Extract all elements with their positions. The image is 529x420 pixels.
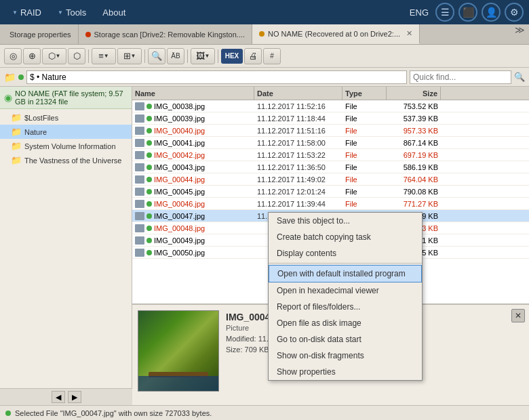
file-date-cell: 11.12.2017 12:01:24 <box>254 188 342 196</box>
sidebar-item-lostfiles[interactable]: 📁 $LostFiles <box>0 110 132 125</box>
file-status-dot <box>146 104 152 109</box>
sidebar-header: ◉ NO NAME (FAT file system; 9.57 GB in 2… <box>0 87 132 109</box>
tab-expand-button[interactable]: ≫ <box>511 24 529 44</box>
address-input[interactable] <box>26 70 407 84</box>
file-status-dot <box>146 152 152 158</box>
context-menu-item[interactable]: Show properties <box>269 364 422 380</box>
context-menu-item[interactable]: Go to on-disk data start <box>269 331 422 348</box>
context-menu-item[interactable]: Open file as disk image <box>269 315 422 331</box>
search-input[interactable] <box>410 70 511 84</box>
folder-icon-nature: 📁 <box>11 127 22 137</box>
address-dot-icon <box>18 75 24 80</box>
table-row[interactable]: IMG_00039.jpg 11.12.2017 11:18:44 File 5… <box>132 112 529 125</box>
context-menu-item[interactable]: Open with default installed program <box>269 265 422 282</box>
menu-tools[interactable]: ▼ Tools <box>51 5 93 20</box>
nav-next-button[interactable]: ▶ <box>68 391 81 403</box>
file-type-cell: File <box>342 175 387 184</box>
tools-label: Tools <box>66 7 86 18</box>
tab-dot-red-icon <box>85 32 91 37</box>
context-menu-item[interactable]: Save this object to... <box>269 213 422 229</box>
settings-icon-button[interactable]: ⚙ <box>505 3 524 22</box>
sidebar-item-vastness[interactable]: 📁 The Vastness of the Universe <box>0 153 132 167</box>
toolbar-print-btn[interactable]: 🖨 <box>244 48 262 64</box>
table-row[interactable]: IMG_00042.jpg 11.12.2017 11:53:22 File 6… <box>132 149 529 161</box>
table-row[interactable]: IMG_00043.jpg 11.12.2017 11:36:50 File 5… <box>132 161 529 173</box>
menu-icon-button[interactable]: ☰ <box>435 3 454 22</box>
toolbar-grid-btn[interactable]: ⊞▼ <box>117 48 142 64</box>
sidebar-item-nature[interactable]: 📁 Nature <box>0 125 132 139</box>
contrast-icon-button[interactable]: ⬛ <box>458 3 477 22</box>
file-status-dot <box>146 201 152 207</box>
context-menu-item[interactable]: Open in hexadecimal viewer <box>269 282 422 299</box>
status-dot-icon <box>5 411 11 416</box>
table-row[interactable]: IMG_00041.jpg 11.12.2017 11:58:00 File 8… <box>132 137 529 149</box>
status-text: Selected File "IMG_00047.jpg" with own s… <box>15 409 212 417</box>
file-type-cell: File <box>342 127 387 135</box>
toolbar-list-btn[interactable]: ≡▼ <box>92 48 116 64</box>
table-row[interactable]: IMG_00046.jpg 11.12.2017 11:39:44 File 7… <box>132 198 529 210</box>
sidebar-header-label: NO NAME (FAT file system; 9.57 GB in 213… <box>15 89 128 106</box>
file-name-label: IMG_00047.jpg <box>154 212 205 220</box>
context-menu-item[interactable]: Display contents <box>269 245 422 261</box>
table-row[interactable]: IMG_00044.jpg 11.12.2017 11:49:02 File 7… <box>132 173 529 186</box>
toolbar-sep2 <box>144 49 145 63</box>
file-size-cell: 537.39 KB <box>387 114 441 123</box>
file-name-label: IMG_00045.jpg <box>154 188 205 196</box>
toolbar-link-btn[interactable]: ⬡ <box>68 48 85 64</box>
file-area: Name Date Type Size IMG_00038.jpg 11.12.… <box>132 87 529 405</box>
table-row[interactable]: IMG_00038.jpg 11.12.2017 11:52:16 File 7… <box>132 100 529 112</box>
file-name-cell: IMG_00045.jpg <box>132 188 254 196</box>
file-name-cell: IMG_00046.jpg <box>132 200 254 208</box>
file-name-cell: IMG_00042.jpg <box>132 151 254 159</box>
file-date-cell: 11.12.2017 11:36:50 <box>254 163 342 171</box>
file-name-label: IMG_00049.jpg <box>154 236 205 245</box>
preview-thumbnail <box>138 310 219 392</box>
nav-prev-button[interactable]: ◀ <box>52 391 65 403</box>
file-thumb-icon <box>135 212 144 220</box>
address-bar: 📁 🔍 <box>0 68 529 87</box>
preview-close-button[interactable]: ✕ <box>511 309 525 322</box>
address-folder-icon: 📁 <box>4 72 16 83</box>
tab-close-button[interactable]: ✕ <box>406 29 412 38</box>
menu-raid[interactable]: ▼ RAID <box>5 5 48 20</box>
toolbar-hash-btn[interactable]: # <box>263 48 281 64</box>
file-type-cell: File <box>342 163 387 171</box>
toolbar-view-btn[interactable]: ⬡▼ <box>42 48 66 64</box>
table-row[interactable]: IMG_00040.jpg 11.12.2017 11:51:16 File 9… <box>132 125 529 137</box>
file-thumb-icon <box>135 102 144 110</box>
file-status-dot <box>146 165 152 170</box>
context-menu-item[interactable]: Create batch copying task <box>269 229 422 245</box>
table-row[interactable]: IMG_00045.jpg 11.12.2017 12:01:24 File 7… <box>132 186 529 198</box>
context-menu-item[interactable]: Report of files/folders... <box>269 299 422 315</box>
toolbar-hex-btn[interactable]: HEX <box>221 49 243 64</box>
file-name-label: IMG_00039.jpg <box>154 114 205 123</box>
toolbar-img-btn[interactable]: 🖼▼ <box>191 48 215 64</box>
sidebar-nav: ◀ ▶ <box>0 388 132 405</box>
toolbar-target-btn[interactable]: ◎ <box>4 48 22 64</box>
file-size-cell: 753.52 KB <box>387 102 441 110</box>
toolbar-filter-btn[interactable]: ⊕ <box>23 48 41 64</box>
header-type: Type <box>342 87 387 100</box>
toolbar-sep3 <box>187 49 188 63</box>
drive-icon: ◉ <box>4 92 12 103</box>
sidebar-item-systemvolume[interactable]: 📁 System Volume Information <box>0 139 132 153</box>
folder-icon-systemvolume: 📁 <box>11 141 22 151</box>
context-menu-separator <box>269 263 422 264</box>
file-name-cell: IMG_00040.jpg <box>132 127 254 135</box>
tab-storage-properties[interactable]: Storage properties <box>3 24 79 44</box>
file-thumb-icon <box>135 249 144 257</box>
tab-storage-scan[interactable]: Storage scan [Drive2: Removable Kingston… <box>79 24 253 44</box>
user-icon-button[interactable]: 👤 <box>482 3 501 22</box>
toolbar-search-btn[interactable]: 🔍 <box>148 48 165 64</box>
toolbar-ab-btn[interactable]: ÄB <box>167 48 184 64</box>
file-size-cell: 957.33 KB <box>387 127 441 135</box>
file-status-dot <box>146 177 152 182</box>
file-thumb-icon <box>135 139 144 147</box>
tab-no-name[interactable]: NO NAME (Recovered at 0 on Drive2:... ✕ <box>252 24 420 44</box>
menu-about[interactable]: About <box>96 5 132 20</box>
file-status-dot <box>146 238 152 243</box>
language-label: ENG <box>410 7 429 18</box>
header-date: Date <box>254 87 342 100</box>
context-menu-item[interactable]: Show on-disk fragments <box>269 348 422 364</box>
file-name-label: IMG_00048.jpg <box>154 224 205 232</box>
